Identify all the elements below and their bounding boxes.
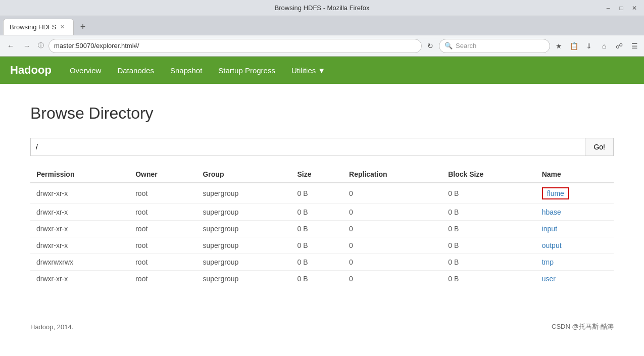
- main-content: Browse Directory Go! Permission Owner Gr…: [0, 84, 644, 302]
- forward-button[interactable]: →: [20, 39, 33, 53]
- footer-left: Hadoop, 2014.: [30, 323, 73, 331]
- tab-label: Browsing HDFS: [10, 23, 56, 31]
- cell-group: supergroup: [196, 254, 291, 271]
- url-text: master:50070/explorer.html#/: [54, 42, 139, 49]
- cell-name[interactable]: hbase: [536, 204, 614, 221]
- cell-permission: drwxr-xr-x: [30, 221, 129, 237]
- col-owner: Owner: [129, 166, 196, 183]
- address-bar: ← → ⓘ master:50070/explorer.html#/ ↻ 🔍 S…: [0, 35, 644, 57]
- cell-block-size: 0 B: [442, 237, 535, 254]
- cell-block-size: 0 B: [442, 271, 535, 287]
- dir-link-hbase[interactable]: hbase: [542, 208, 561, 216]
- cell-block-size: 0 B: [442, 204, 535, 221]
- cell-name[interactable]: user: [536, 271, 614, 287]
- new-tab-button[interactable]: +: [76, 20, 90, 34]
- browser-title: Browsing HDFS - Mozilla Firefox: [275, 4, 370, 12]
- home-icon[interactable]: ⌂: [599, 40, 610, 52]
- cell-permission: drwxr-xr-x: [30, 204, 129, 221]
- cell-replication: 0: [343, 254, 442, 271]
- table-row: drwxrwxrwxrootsupergroup0 B00 Btmp: [30, 254, 614, 271]
- cell-block-size: 0 B: [442, 183, 535, 204]
- dir-link-flume[interactable]: flume: [542, 187, 569, 199]
- cell-group: supergroup: [196, 221, 291, 237]
- dir-link-output[interactable]: output: [542, 241, 562, 249]
- cell-name[interactable]: input: [536, 221, 614, 237]
- cell-replication: 0: [343, 183, 442, 204]
- browser-tab-active[interactable]: Browsing HDFS ✕: [3, 19, 74, 35]
- footer: Hadoop, 2014. CSDN @托马斯-酷涛: [0, 312, 644, 341]
- table-row: drwxr-xr-xrootsupergroup0 B00 Bhbase: [30, 204, 614, 221]
- reload-button[interactable]: ↻: [425, 40, 436, 52]
- cell-owner: root: [129, 254, 196, 271]
- maximize-button[interactable]: □: [617, 4, 626, 13]
- cell-group: supergroup: [196, 271, 291, 287]
- clipboard-icon[interactable]: 📋: [568, 40, 579, 52]
- cell-owner: root: [129, 204, 196, 221]
- table-row: drwxr-xr-xrootsupergroup0 B00 Buser: [30, 271, 614, 287]
- shield-icon[interactable]: ☍: [614, 40, 625, 52]
- download-icon[interactable]: ⇓: [583, 40, 595, 52]
- cell-size: 0 B: [291, 221, 343, 237]
- cell-size: 0 B: [291, 204, 343, 221]
- hadoop-navbar: Hadoop Overview Datanodes Snapshot Start…: [0, 57, 644, 84]
- cell-owner: root: [129, 183, 196, 204]
- col-name: Name: [536, 166, 614, 183]
- cell-replication: 0: [343, 221, 442, 237]
- browser-search-box[interactable]: 🔍 Search: [439, 39, 550, 53]
- close-button[interactable]: ✕: [630, 4, 639, 13]
- cell-replication: 0: [343, 204, 442, 221]
- cell-group: supergroup: [196, 204, 291, 221]
- nav-startup-progress[interactable]: Startup Progress: [210, 62, 283, 79]
- cell-replication: 0: [343, 237, 442, 254]
- cell-name[interactable]: tmp: [536, 254, 614, 271]
- nav-datanodes[interactable]: Datanodes: [109, 62, 162, 79]
- browser-window-controls: – □ ✕: [604, 4, 639, 13]
- minimize-button[interactable]: –: [604, 4, 613, 13]
- cell-owner: root: [129, 237, 196, 254]
- tab-close-button[interactable]: ✕: [60, 24, 65, 30]
- col-group: Group: [196, 166, 291, 183]
- col-block-size: Block Size: [442, 166, 535, 183]
- path-input[interactable]: [30, 138, 585, 156]
- cell-permission: drwxr-xr-x: [30, 271, 129, 287]
- cell-permission: drwxr-xr-x: [30, 237, 129, 254]
- nav-overview[interactable]: Overview: [62, 62, 110, 79]
- table-row: drwxr-xr-xrootsupergroup0 B00 Binput: [30, 221, 614, 237]
- nav-utilities-label: Utilities: [291, 66, 316, 75]
- cell-name[interactable]: flume: [536, 183, 614, 204]
- cell-replication: 0: [343, 271, 442, 287]
- browser-titlebar: Browsing HDFS - Mozilla Firefox – □ ✕: [0, 0, 644, 16]
- search-placeholder: Search: [456, 42, 476, 49]
- col-replication: Replication: [343, 166, 442, 183]
- go-button[interactable]: Go!: [585, 138, 614, 156]
- table-header-row: Permission Owner Group Size Replication …: [30, 166, 614, 183]
- cell-size: 0 B: [291, 237, 343, 254]
- search-icon: 🔍: [444, 42, 453, 49]
- dir-link-user[interactable]: user: [542, 275, 556, 283]
- cell-group: supergroup: [196, 237, 291, 254]
- menu-icon[interactable]: ☰: [629, 40, 640, 52]
- col-permission: Permission: [30, 166, 129, 183]
- toolbar-icons: ★ 📋 ⇓ ⌂ ☍ ☰: [553, 40, 640, 52]
- path-bar: Go!: [30, 138, 614, 156]
- dir-link-input[interactable]: input: [542, 225, 557, 233]
- nav-snapshot[interactable]: Snapshot: [162, 62, 210, 79]
- tab-bar: Browsing HDFS ✕ +: [0, 16, 644, 35]
- cell-size: 0 B: [291, 183, 343, 204]
- bookmark-icon[interactable]: ★: [553, 40, 564, 52]
- cell-block-size: 0 B: [442, 221, 535, 237]
- col-size: Size: [291, 166, 343, 183]
- hadoop-brand: Hadoop: [10, 64, 52, 77]
- cell-owner: root: [129, 271, 196, 287]
- dir-link-tmp[interactable]: tmp: [542, 258, 554, 266]
- nav-utilities[interactable]: Utilities ▼: [283, 62, 333, 79]
- cell-permission: drwxrwxrwx: [30, 254, 129, 271]
- cell-group: supergroup: [196, 183, 291, 204]
- chevron-down-icon: ▼: [318, 66, 325, 75]
- cell-name[interactable]: output: [536, 237, 614, 254]
- cell-block-size: 0 B: [442, 254, 535, 271]
- table-row: drwxr-xr-xrootsupergroup0 B00 Boutput: [30, 237, 614, 254]
- back-button[interactable]: ←: [4, 39, 17, 53]
- url-bar[interactable]: master:50070/explorer.html#/: [48, 39, 422, 53]
- cell-permission: drwxr-xr-x: [30, 183, 129, 204]
